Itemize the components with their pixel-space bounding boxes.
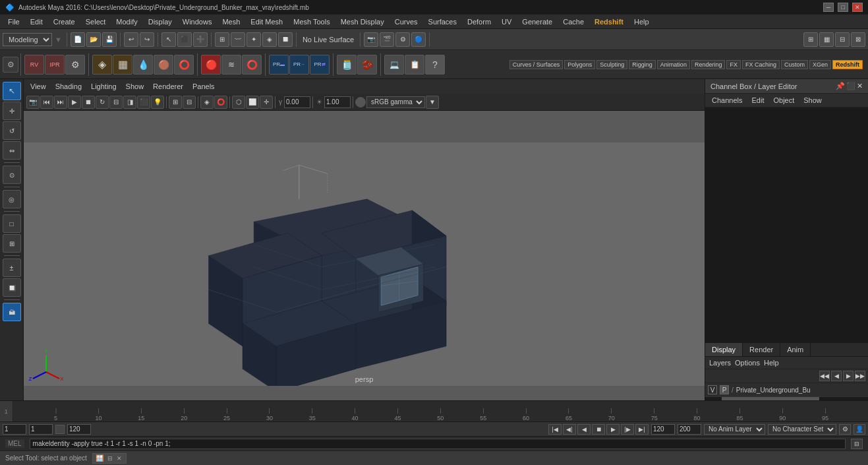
range-end-input[interactable]	[651, 424, 675, 435]
vt-next-btn[interactable]: ⏭	[54, 96, 67, 109]
shelf-rv-btn[interactable]: RV	[24, 55, 44, 75]
anim-layer-select[interactable]: No Anim Layer	[704, 424, 765, 435]
vp-renderer[interactable]: Renderer	[149, 81, 187, 92]
shelf-cylinder-btn[interactable]: 🟤	[154, 55, 173, 75]
shelf-ipr-btn[interactable]: IPR	[45, 55, 65, 75]
render-seq-btn[interactable]: 🎬	[380, 32, 394, 47]
end-frame-input[interactable]	[67, 424, 91, 435]
snap-together-btn[interactable]: □	[3, 214, 21, 233]
open-file-btn[interactable]: 📂	[86, 32, 101, 47]
vt-wire-btn[interactable]: ⊟	[109, 96, 123, 109]
vt-cam-btn[interactable]: 📷	[26, 96, 40, 109]
options-menu[interactable]: Options	[735, 359, 760, 367]
anim-settings-btn[interactable]: ⚙	[839, 424, 851, 435]
vt-bb-btn[interactable]: ⬜	[246, 96, 259, 109]
move-tool-btn[interactable]: ✛	[3, 102, 21, 120]
char-settings-btn[interactable]: 👤	[854, 424, 865, 435]
select-btn[interactable]: ↖	[161, 32, 176, 47]
script-editor-btn[interactable]: ⊟	[851, 439, 863, 449]
menu-mesh-tools[interactable]: Mesh Tools	[288, 16, 335, 27]
viewport[interactable]: persp Y X Z	[24, 111, 705, 400]
universal-tool-btn[interactable]: ⊙	[3, 166, 21, 184]
vt-grid-btn[interactable]: ⊞	[169, 96, 182, 109]
rp-channels[interactable]: Channels	[708, 95, 746, 106]
timeline-ruler[interactable]: 5 10 15 20 25 30 35 40 45 50 55 60 65 70…	[13, 400, 868, 421]
shelf-mat1-btn[interactable]: 🔴	[201, 55, 221, 75]
menu-file[interactable]: File	[3, 16, 25, 27]
layers-menu[interactable]: Layers	[709, 359, 731, 367]
layer-p-btn[interactable]: P	[720, 385, 729, 394]
menu-curves[interactable]: Curves	[390, 16, 423, 27]
play-end-btn[interactable]: ▶|	[635, 424, 649, 435]
timeline[interactable]: 1 5 10 15 20 25 30 35 40 45 50 55 60 65 …	[0, 400, 868, 421]
tab-redshift[interactable]: Redshift	[832, 60, 863, 69]
scale-tool-btn[interactable]: ⇔	[3, 141, 21, 160]
workspace-dropdown[interactable]: Modeling	[3, 33, 52, 46]
snap-grid-btn[interactable]: ⊞	[215, 32, 229, 47]
vt-prev-btn[interactable]: ⏮	[40, 96, 53, 109]
snap-point-btn[interactable]: ✦	[246, 32, 261, 47]
layout2-btn[interactable]: ⊟	[835, 32, 850, 47]
lasso-btn[interactable]: ➕	[193, 32, 208, 47]
step-back-btn[interactable]: ◀|	[563, 424, 576, 435]
shelf-sphere-btn[interactable]: 💧	[133, 55, 153, 75]
play-stop-btn[interactable]: ⏹	[592, 424, 605, 435]
shelf-pr2-btn[interactable]: PR→	[289, 55, 309, 75]
step-fwd-btn[interactable]: |▶	[621, 424, 634, 435]
rp-show[interactable]: Show	[799, 95, 826, 106]
redo-btn[interactable]: ↪	[140, 32, 154, 47]
menu-modify[interactable]: Modify	[111, 16, 142, 27]
shelf-gear-btn[interactable]: ⚙	[65, 55, 85, 75]
shelf-mat3-btn[interactable]: ⭕	[242, 55, 262, 75]
soft-select-btn[interactable]: ◎	[3, 190, 21, 208]
paint-btn[interactable]: ⊞	[3, 234, 21, 253]
vt-xray-btn[interactable]: ⬡	[232, 96, 245, 109]
menu-help[interactable]: Help	[629, 16, 654, 27]
snap-surface-btn[interactable]: ◈	[262, 32, 277, 47]
tab-custom[interactable]: Custom	[781, 60, 808, 69]
layer-next-btn[interactable]: ▶	[843, 371, 854, 381]
vt-shade-btn[interactable]: ◨	[123, 96, 136, 109]
layer-v-btn[interactable]: V	[708, 385, 717, 394]
shelf-light1-btn[interactable]: 🫙	[337, 55, 357, 75]
menu-windows[interactable]: Windows	[177, 16, 217, 27]
char-set-select[interactable]: No Character Set	[768, 424, 836, 435]
menu-deform[interactable]: Deform	[462, 16, 496, 27]
menu-edit-mesh[interactable]: Edit Mesh	[245, 16, 288, 27]
vt-play-btn[interactable]: ▶	[68, 96, 81, 109]
vp-panels[interactable]: Panels	[188, 81, 219, 92]
vp-lighting[interactable]: Lighting	[87, 81, 121, 92]
menu-create[interactable]: Create	[48, 16, 80, 27]
gamma-input[interactable]	[284, 96, 310, 108]
vt-light-btn[interactable]: 💡	[151, 96, 164, 109]
shelf-light2-btn[interactable]: 🫘	[357, 55, 377, 75]
tab-fx[interactable]: FX	[726, 60, 741, 69]
select-tool-btn[interactable]: ↖	[3, 82, 21, 100]
rp-pin-btn[interactable]: 📌	[836, 82, 845, 90]
shelf-cube-btn[interactable]: ▦	[113, 55, 132, 75]
vt-hud-btn[interactable]: ⊟	[183, 96, 196, 109]
shelf-poly-btn[interactable]: ◈	[92, 55, 112, 75]
vt-color-manage-btn[interactable]: ▼	[426, 96, 439, 109]
snap-live-btn[interactable]: 🔲	[278, 32, 293, 47]
vp-show[interactable]: Show	[122, 81, 148, 92]
tab-rendering[interactable]: Rendering	[691, 60, 726, 69]
shelf-log-btn[interactable]: 📋	[405, 55, 424, 75]
shelf-settings-btn[interactable]: ⚙	[3, 57, 18, 73]
layout3-btn[interactable]: ⊠	[851, 32, 865, 47]
menu-select[interactable]: Select	[80, 16, 111, 27]
menu-redshift[interactable]: Redshift	[589, 16, 629, 27]
vt-tex-btn[interactable]: ⬛	[137, 96, 150, 109]
save-file-btn[interactable]: 💾	[102, 32, 117, 47]
dock-minimize-btn[interactable]: ✕	[115, 454, 123, 462]
menu-generate[interactable]: Generate	[517, 16, 558, 27]
tab-display[interactable]: Display	[705, 343, 743, 356]
vp-shading[interactable]: Shading	[51, 81, 86, 92]
rp-expand-btn[interactable]: ⬛	[846, 82, 855, 90]
tab-rigging[interactable]: Rigging	[629, 60, 656, 69]
help-menu[interactable]: Help	[764, 359, 779, 367]
tab-fx-caching[interactable]: FX Caching	[742, 60, 780, 69]
show-hide-btn[interactable]: ±	[3, 259, 21, 277]
menu-mesh-display[interactable]: Mesh Display	[335, 16, 390, 27]
shelf-script-btn[interactable]: 💻	[384, 55, 404, 75]
